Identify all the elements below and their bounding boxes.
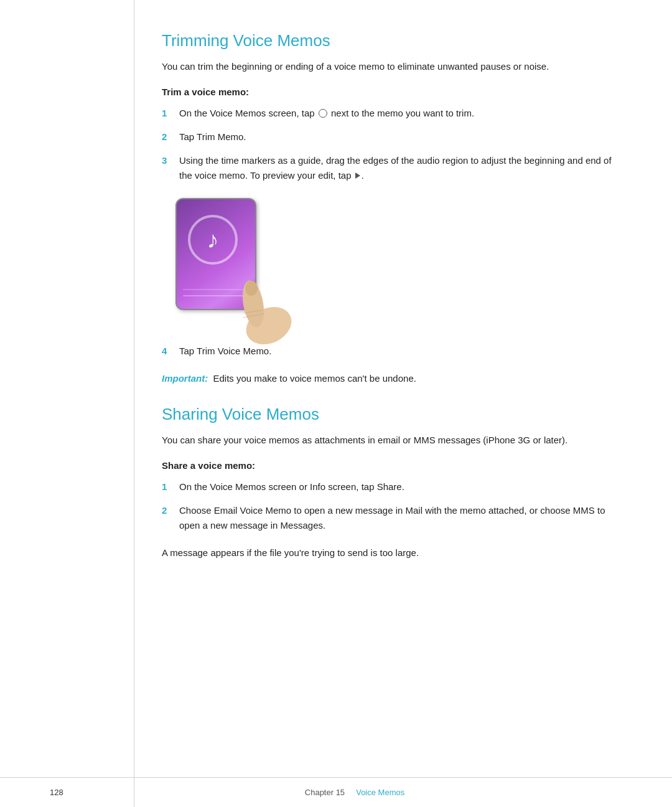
- share-step-2-text: Choose Email Voice Memo to open a new me…: [179, 503, 622, 533]
- finger-illustration: [225, 273, 287, 341]
- footer-chapter: Chapter 15 Voice Memos: [87, 788, 622, 797]
- important-label: Important:: [162, 373, 208, 384]
- share-steps-list: 1 On the Voice Memos screen or Info scre…: [162, 479, 622, 533]
- trimming-intro: You can trim the beginning or ending of …: [162, 59, 622, 74]
- trim-subsection-title: Trim a voice memo:: [162, 87, 622, 97]
- trim-step-3-text: Using the time markers as a guide, drag …: [179, 153, 622, 183]
- trim-steps-list: 1 On the Voice Memos screen, tap next to…: [162, 106, 622, 183]
- sharing-intro: You can share your voice memos as attach…: [162, 433, 622, 448]
- svg-point-2: [245, 281, 258, 296]
- play-icon: [355, 172, 360, 179]
- trim-step-3: 3 Using the time markers as a guide, dra…: [162, 153, 622, 183]
- share-step-2: 2 Choose Email Voice Memo to open a new …: [162, 503, 622, 533]
- page-footer: 128 Chapter 15 Voice Memos: [0, 777, 672, 807]
- left-border: [134, 0, 134, 807]
- trim-step-1-text: On the Voice Memos screen, tap next to t…: [179, 106, 622, 121]
- music-note-icon: ♪: [207, 227, 219, 253]
- trim-step-4-number: 4: [162, 344, 175, 359]
- trim-step-2: 2 Tap Trim Memo.: [162, 130, 622, 144]
- important-text: Edits you make to voice memos can't be u…: [213, 373, 416, 384]
- music-note-circle: ♪: [188, 215, 238, 265]
- trim-step-2-number: 2: [162, 130, 175, 144]
- footer-chapter-label: Chapter 15: [305, 788, 345, 797]
- share-step-2-number: 2: [162, 503, 175, 518]
- sharing-section: Sharing Voice Memos You can share your v…: [162, 405, 622, 560]
- finger-svg: [225, 273, 294, 347]
- device-illustration: ♪: [175, 198, 275, 329]
- image-container: ♪: [175, 198, 622, 329]
- important-note: Important: Edits you make to voice memos…: [162, 371, 622, 386]
- trim-step-1: 1 On the Voice Memos screen, tap next to…: [162, 106, 622, 121]
- sharing-title: Sharing Voice Memos: [162, 405, 622, 424]
- share-subsection-title: Share a voice memo:: [162, 460, 622, 471]
- share-step-1: 1 On the Voice Memos screen or Info scre…: [162, 479, 622, 494]
- content-area: Trimming Voice Memos You can trim the be…: [0, 0, 672, 807]
- trimming-title: Trimming Voice Memos: [162, 31, 622, 50]
- page: Trimming Voice Memos You can trim the be…: [0, 0, 672, 807]
- trim-step-3-number: 3: [162, 153, 175, 168]
- trim-step-2-text: Tap Trim Memo.: [179, 130, 622, 144]
- footer-chapter-title: Voice Memos: [356, 788, 404, 797]
- trim-step-1-number: 1: [162, 106, 175, 121]
- page-number: 128: [50, 788, 87, 797]
- share-step-1-text: On the Voice Memos screen or Info screen…: [179, 479, 622, 494]
- circle-icon: [319, 109, 327, 118]
- trimming-section: Trimming Voice Memos You can trim the be…: [162, 31, 622, 386]
- share-step-1-number: 1: [162, 479, 175, 494]
- sharing-note: A message appears if the file you're try…: [162, 545, 622, 560]
